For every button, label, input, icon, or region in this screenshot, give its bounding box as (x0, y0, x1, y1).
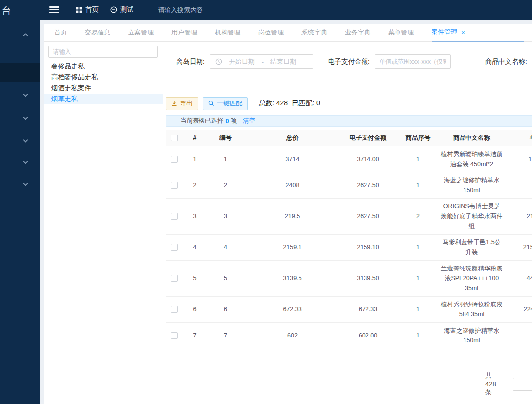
column-header: 编号 (207, 134, 244, 142)
epay-amount-input[interactable] (375, 54, 451, 69)
pagination-total: 共 428 条 (485, 371, 504, 397)
tab-label: 立案管理 (128, 28, 154, 37)
column-header: # (182, 135, 207, 141)
sidebar-item[interactable] (0, 26, 40, 45)
topnav-test-label: 测试 (120, 5, 133, 14)
sidebar-item[interactable] (0, 131, 40, 149)
sidebar-item[interactable] (0, 174, 40, 192)
export-button[interactable]: 导出 (166, 97, 198, 110)
app-logo: 台 (2, 4, 11, 17)
tab-用户管理[interactable]: 用户管理 (171, 24, 197, 42)
case-category-list: 奢侈品走私高档奢侈品走私烟酒走私案件烟草走私 (44, 61, 163, 104)
row-checkbox[interactable] (171, 332, 178, 339)
cell-epay-amount: 3714.00 (341, 156, 395, 163)
case-category-奢侈品走私[interactable]: 奢侈品走私 (44, 61, 163, 72)
one-click-match-button[interactable]: 一键匹配 (203, 97, 248, 110)
case-category-烟草走私[interactable]: 烟草走私 (44, 94, 163, 104)
cell-index: 4 (182, 244, 207, 251)
layout-gap (40, 20, 44, 404)
tab-菜单管理[interactable]: 菜单管理 (388, 24, 414, 42)
row-checkbox[interactable] (171, 275, 178, 282)
case-category-烟酒走私案件[interactable]: 烟酒走私案件 (44, 83, 163, 94)
main-panel: 离岛日期: 开始日期 - 结束日期 电子支付金额: 商品中文名称: (163, 42, 532, 404)
cell-unit-price: 2159.1 (502, 244, 532, 251)
table-row: 7 7 602 602.00 1 海蓝之谜修护精萃水 150ml 602 (166, 323, 532, 345)
row-checkbox[interactable] (171, 244, 178, 251)
cell-index: 5 (182, 275, 207, 282)
table-row: 1 1 3714 3714.00 1 植村秀新琥珀臻萃洁颜油套装 450ml*2… (166, 146, 532, 172)
cell-product-seq: 1 (395, 244, 441, 251)
topnav-test[interactable]: 测试 (110, 5, 133, 14)
cell-epay-amount: 672.33 (341, 306, 395, 313)
pagination: 共 428 条 (485, 371, 532, 397)
export-button-label: 导出 (180, 99, 193, 108)
tab-交易信息[interactable]: 交易信息 (85, 24, 110, 42)
tab-岗位管理[interactable]: 岗位管理 (258, 24, 284, 42)
select-all-checkbox[interactable] (171, 135, 178, 141)
filter-product-name: 商品中文名称: (485, 54, 532, 69)
column-header: 总价 (244, 134, 341, 142)
row-checkbox[interactable] (171, 182, 178, 189)
menu-collapse-icon[interactable] (49, 6, 59, 13)
chevron-down-icon (23, 92, 28, 97)
screen: 首页 测试 台 首页交易信息立案管理用户管理机构管理岗位管理系统字典业务字典菜单… (0, 0, 532, 404)
sidebar-item[interactable] (0, 108, 40, 126)
tab-案件管理[interactable]: 案件管理× (432, 24, 524, 42)
grid-icon (76, 7, 82, 13)
cell-epay-amount: 602.00 (341, 332, 395, 339)
sidebar-item[interactable] (0, 85, 40, 103)
epay-amount-label: 电子支付金额: (328, 57, 370, 66)
date-range-input[interactable]: 开始日期 - 结束日期 (210, 54, 313, 69)
pagination-control[interactable] (513, 378, 532, 391)
chevron-down-icon (23, 137, 28, 142)
results-table: #编号总价电子支付金额商品序号商品中文名称单价 1 1 3714 3714.00… (166, 130, 532, 345)
tab-label: 首页 (54, 28, 67, 37)
toolbar: 导出 一键匹配 总数: 428 已匹配: 0 (163, 97, 532, 110)
topnav-home[interactable]: 首页 (76, 5, 99, 14)
tab-首页[interactable]: 首页 (54, 24, 67, 42)
tab-label: 业务字典 (345, 28, 370, 37)
case-category-高档奢侈品走私[interactable]: 高档奢侈品走私 (44, 72, 163, 83)
tab-立案管理[interactable]: 立案管理 (128, 24, 154, 42)
table-row: 6 6 672.33 672.33 1 植村秀羽纱持妆粉底液 584 35ml … (166, 297, 532, 323)
match-stats: 总数: 428 已匹配: 0 (259, 99, 320, 108)
cell-total-price: 219.5 (244, 213, 341, 220)
sidebar-item-active[interactable] (0, 63, 40, 82)
cell-unit-price: 602 (502, 182, 532, 189)
sidebar-item[interactable] (0, 152, 40, 170)
one-click-match-label: 一键匹配 (217, 99, 242, 108)
tab-label: 系统字典 (301, 28, 327, 37)
chevron-down-icon (23, 181, 28, 186)
search-icon (208, 101, 214, 106)
tab-机构管理[interactable]: 机构管理 (215, 24, 240, 42)
row-checkbox[interactable] (171, 156, 178, 163)
cell-unit-price: 219.5 (502, 213, 532, 220)
cell-product-seq: 1 (395, 306, 441, 313)
row-checkbox[interactable] (171, 213, 178, 220)
case-category-panel: 奢侈品走私高档奢侈品走私烟酒走私案件烟草走私 (44, 42, 163, 404)
cell-unit-price: 224.11 (502, 306, 532, 313)
cell-product-seq: 1 (395, 332, 441, 339)
tab-业务字典[interactable]: 业务字典 (345, 24, 370, 42)
clear-selection-link[interactable]: 清空 (243, 117, 255, 125)
global-search-input[interactable] (158, 6, 232, 14)
tab-系统字典[interactable]: 系统字典 (301, 24, 327, 42)
cell-product-name: 海蓝之谜修护精萃水 150ml (441, 172, 502, 198)
case-search-input[interactable] (48, 46, 158, 58)
cell-product-name: ORIGINS韦博士灵芝焕能好底子精华水两件组 (441, 199, 502, 234)
content-area: 首页交易信息立案管理用户管理机构管理岗位管理系统字典业务字典菜单管理案件管理× … (44, 20, 532, 404)
tab-label: 交易信息 (85, 28, 110, 37)
product-name-label: 商品中文名称: (485, 57, 527, 66)
tab-close-icon[interactable]: × (461, 29, 465, 36)
tab-label: 岗位管理 (258, 28, 284, 37)
selection-count: 0 (226, 118, 229, 125)
column-header: 电子支付金额 (341, 134, 395, 142)
cell-total-price: 672.33 (244, 306, 341, 313)
cell-code: 1 (207, 156, 244, 163)
cell-index: 7 (182, 332, 207, 339)
depart-date-label: 离岛日期: (176, 57, 205, 66)
row-checkbox[interactable] (171, 306, 178, 313)
filter-epay-amount: 电子支付金额: (328, 54, 451, 69)
cell-product-seq: 1 (395, 156, 441, 163)
selection-prefix: 当前表格已选择 (180, 117, 224, 125)
